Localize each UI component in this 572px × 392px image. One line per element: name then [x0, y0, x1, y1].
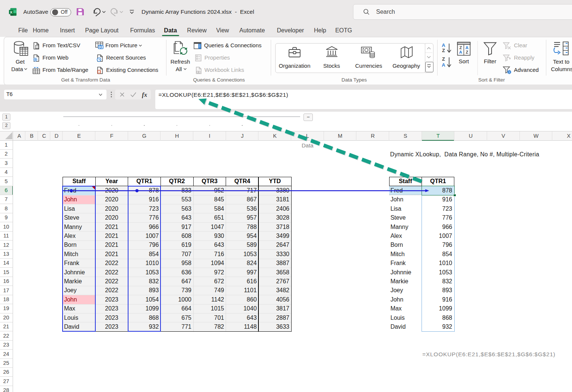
svg-text:Z: Z — [442, 48, 445, 53]
svg-text:Z: Z — [465, 50, 468, 54]
svg-text:A: A — [459, 50, 462, 54]
svg-text:A: A — [465, 45, 468, 50]
svg-text:A: A — [442, 42, 445, 48]
svg-text:X: X — [10, 10, 13, 14]
svg-text:Z: Z — [459, 45, 462, 50]
